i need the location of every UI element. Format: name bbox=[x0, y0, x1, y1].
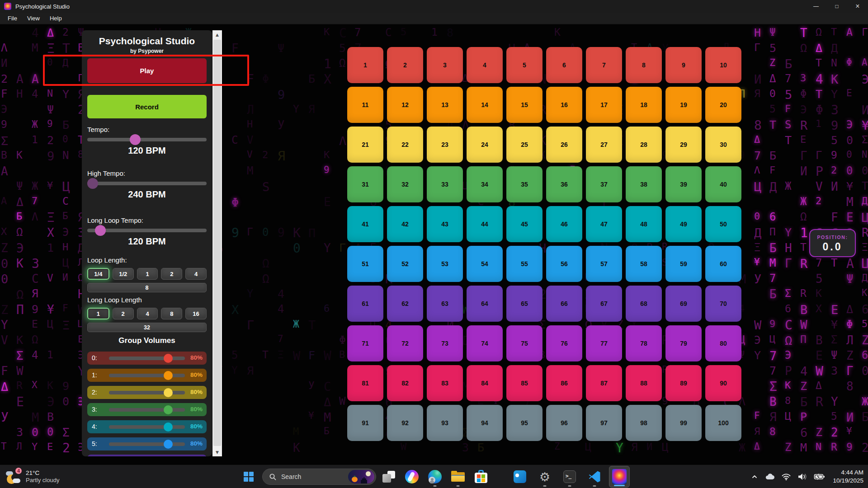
grid-cell-59[interactable]: 59 bbox=[665, 246, 702, 282]
loop-length-option-1-4[interactable]: 1/4 bbox=[87, 268, 109, 280]
grid-cell-20[interactable]: 20 bbox=[705, 87, 741, 123]
scrollbar-down-arrow-icon[interactable]: ▼ bbox=[212, 448, 222, 456]
grid-cell-8[interactable]: 8 bbox=[626, 47, 662, 83]
grid-cell-85[interactable]: 85 bbox=[506, 365, 542, 401]
group-volume-slider-1[interactable] bbox=[109, 374, 185, 377]
long-loop-length-option-8[interactable]: 8 bbox=[161, 308, 182, 319]
grid-cell-54[interactable]: 54 bbox=[467, 246, 503, 282]
grid-cell-64[interactable]: 64 bbox=[467, 286, 503, 322]
long-loop-length-option-32[interactable]: 32 bbox=[87, 323, 207, 332]
record-button[interactable]: Record bbox=[87, 95, 207, 118]
grid-cell-55[interactable]: 55 bbox=[506, 246, 542, 282]
grid-cell-75[interactable]: 75 bbox=[506, 325, 542, 361]
grid-cell-3[interactable]: 3 bbox=[427, 47, 463, 83]
grid-cell-47[interactable]: 47 bbox=[586, 206, 622, 242]
grid-cell-1[interactable]: 1 bbox=[347, 47, 383, 83]
grid-cell-21[interactable]: 21 bbox=[347, 127, 383, 163]
grid-cell-46[interactable]: 46 bbox=[546, 206, 582, 242]
grid-cell-41[interactable]: 41 bbox=[347, 206, 383, 242]
grid-cell-74[interactable]: 74 bbox=[467, 325, 503, 361]
search-highlight-image[interactable] bbox=[348, 470, 374, 483]
loop-length-option-1-2[interactable]: 1/2 bbox=[113, 268, 134, 280]
grid-cell-66[interactable]: 66 bbox=[546, 286, 582, 322]
volume-icon[interactable] bbox=[797, 472, 808, 481]
grid-cell-69[interactable]: 69 bbox=[665, 286, 702, 322]
long-loop-tempo-slider[interactable] bbox=[87, 229, 207, 232]
long-loop-length-option-4[interactable]: 4 bbox=[137, 308, 158, 319]
grid-cell-96[interactable]: 96 bbox=[546, 405, 582, 441]
grid-cell-83[interactable]: 83 bbox=[427, 365, 463, 401]
grid-cell-28[interactable]: 28 bbox=[626, 127, 662, 163]
scrollbar-thumb[interactable] bbox=[213, 40, 221, 446]
grid-cell-22[interactable]: 22 bbox=[387, 127, 423, 163]
outlook-icon[interactable] bbox=[509, 466, 530, 488]
terminal-icon[interactable]: >_ bbox=[559, 466, 580, 488]
loop-length-option-8[interactable]: 8 bbox=[87, 283, 207, 292]
grid-cell-37[interactable]: 37 bbox=[586, 166, 622, 202]
grid-cell-67[interactable]: 67 bbox=[586, 286, 622, 322]
grid-cell-36[interactable]: 36 bbox=[546, 166, 582, 202]
clock[interactable]: 4:44 AM 10/19/2025 bbox=[833, 469, 863, 484]
high-tempo-slider-thumb[interactable] bbox=[87, 178, 98, 189]
grid-cell-27[interactable]: 27 bbox=[586, 127, 622, 163]
grid-cell-26[interactable]: 26 bbox=[546, 127, 582, 163]
menu-file[interactable]: File bbox=[3, 13, 22, 23]
grid-cell-95[interactable]: 95 bbox=[506, 405, 542, 441]
maximize-button[interactable]: □ bbox=[826, 0, 847, 13]
store-icon[interactable] bbox=[471, 466, 491, 488]
grid-cell-25[interactable]: 25 bbox=[506, 127, 542, 163]
vscode-icon[interactable] bbox=[584, 466, 605, 488]
grid-cell-76[interactable]: 76 bbox=[546, 325, 582, 361]
close-button[interactable]: × bbox=[847, 0, 868, 13]
menu-view[interactable]: View bbox=[22, 13, 45, 23]
grid-cell-19[interactable]: 19 bbox=[665, 87, 702, 123]
settings-icon[interactable]: ⚙ bbox=[534, 466, 555, 488]
grid-cell-2[interactable]: 2 bbox=[387, 47, 423, 83]
grid-cell-51[interactable]: 51 bbox=[347, 246, 383, 282]
high-tempo-slider[interactable] bbox=[87, 182, 207, 185]
group-volume-thumb-3[interactable] bbox=[164, 405, 173, 414]
grid-cell-80[interactable]: 80 bbox=[705, 325, 741, 361]
grid-cell-84[interactable]: 84 bbox=[467, 365, 503, 401]
grid-cell-71[interactable]: 71 bbox=[347, 325, 383, 361]
sidebar-scrollbar[interactable]: ▲ ▼ bbox=[212, 30, 222, 456]
grid-cell-18[interactable]: 18 bbox=[626, 87, 662, 123]
grid-cell-91[interactable]: 91 bbox=[347, 405, 383, 441]
grid-cell-31[interactable]: 31 bbox=[347, 166, 383, 202]
grid-cell-52[interactable]: 52 bbox=[387, 246, 423, 282]
grid-cell-15[interactable]: 15 bbox=[506, 87, 542, 123]
grid-cell-82[interactable]: 82 bbox=[387, 365, 423, 401]
grid-cell-39[interactable]: 39 bbox=[665, 166, 702, 202]
grid-cell-99[interactable]: 99 bbox=[665, 405, 702, 441]
grid-cell-5[interactable]: 5 bbox=[506, 47, 542, 83]
group-volume-thumb-0[interactable] bbox=[164, 354, 173, 363]
grid-cell-63[interactable]: 63 bbox=[427, 286, 463, 322]
grid-cell-77[interactable]: 77 bbox=[586, 325, 622, 361]
grid-cell-9[interactable]: 9 bbox=[665, 47, 702, 83]
grid-cell-7[interactable]: 7 bbox=[586, 47, 622, 83]
grid-cell-48[interactable]: 48 bbox=[626, 206, 662, 242]
grid-cell-90[interactable]: 90 bbox=[705, 365, 741, 401]
grid-cell-30[interactable]: 30 bbox=[705, 127, 741, 163]
grid-cell-86[interactable]: 86 bbox=[546, 365, 582, 401]
group-volume-slider-2[interactable] bbox=[109, 391, 185, 394]
group-volume-thumb-2[interactable] bbox=[164, 388, 173, 397]
grid-cell-4[interactable]: 4 bbox=[467, 47, 503, 83]
group-volume-thumb-4[interactable] bbox=[164, 422, 173, 432]
onedrive-cloud-icon[interactable] bbox=[764, 472, 775, 481]
grid-cell-65[interactable]: 65 bbox=[506, 286, 542, 322]
grid-cell-62[interactable]: 62 bbox=[387, 286, 423, 322]
grid-cell-100[interactable]: 100 bbox=[705, 405, 741, 441]
grid-cell-23[interactable]: 23 bbox=[427, 127, 463, 163]
tempo-slider[interactable] bbox=[87, 138, 207, 141]
grid-cell-40[interactable]: 40 bbox=[705, 166, 741, 202]
grid-cell-73[interactable]: 73 bbox=[427, 325, 463, 361]
grid-cell-88[interactable]: 88 bbox=[626, 365, 662, 401]
loop-length-option-4[interactable]: 4 bbox=[185, 268, 207, 280]
start-button[interactable] bbox=[241, 471, 252, 482]
wifi-icon[interactable] bbox=[781, 473, 791, 481]
long-loop-length-option-1[interactable]: 1 bbox=[87, 308, 109, 319]
grid-cell-97[interactable]: 97 bbox=[586, 405, 622, 441]
grid-cell-94[interactable]: 94 bbox=[467, 405, 503, 441]
grid-cell-29[interactable]: 29 bbox=[665, 127, 702, 163]
